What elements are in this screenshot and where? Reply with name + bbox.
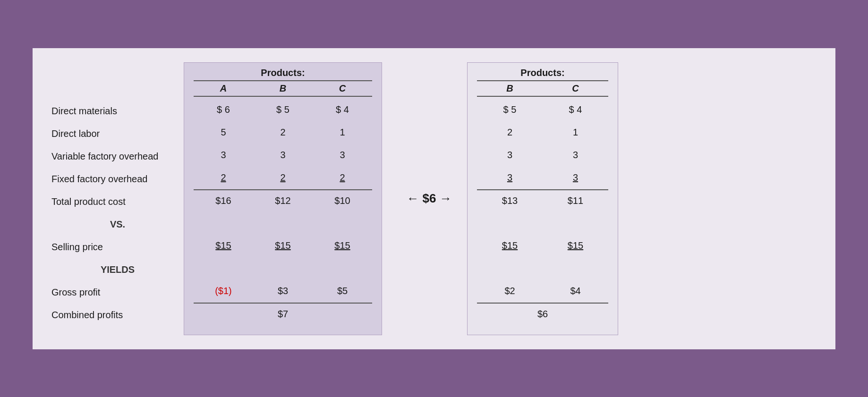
cell-vfo-c: 3: [313, 150, 372, 160]
label-direct-materials: Direct materials: [51, 100, 184, 123]
right-cell-gp-c: $4: [543, 286, 608, 296]
row-combined-profits-right: $6: [477, 303, 608, 325]
right-products-header: Products:: [477, 68, 608, 81]
right-row-vs-spacer: [477, 212, 608, 235]
cell-dl-c: 1: [313, 127, 372, 138]
main-container: Direct materials Direct labor Variable f…: [33, 48, 835, 349]
right-row-fixed-overhead: 3 3: [477, 167, 608, 189]
row-vs-spacer: [194, 212, 372, 235]
col-header-c: C: [313, 83, 372, 94]
col-header-b-right: B: [477, 83, 543, 94]
col-header-b: B: [253, 83, 313, 94]
row-fixed-overhead: 2 2 2: [194, 167, 372, 189]
row-yields-spacer: [194, 257, 372, 280]
cell-sp-c: $15: [313, 240, 372, 251]
right-cell-dm-b: $ 5: [477, 104, 543, 115]
right-row-direct-materials: $ 5 $ 4: [477, 99, 608, 121]
arrow-section: ← $6 →: [391, 62, 467, 335]
cell-dm-b: $ 5: [253, 104, 313, 115]
left-labels: Direct materials Direct labor Variable f…: [51, 62, 184, 335]
right-cell-tpc-c: $11: [543, 195, 608, 206]
right-row-direct-labor: 2 1: [477, 121, 608, 144]
right-cell-dl-b: 2: [477, 127, 543, 138]
right-cell-dm-c: $ 4: [543, 104, 608, 115]
cell-combined-left: $7: [194, 309, 372, 320]
row-selling-price: $15 $15 $15: [194, 235, 372, 257]
left-products-table: Products: A B C $ 6 $ 5 $ 4: [184, 62, 382, 335]
right-products-table: Products: B C $ 5 $ 4 2 1: [467, 62, 618, 335]
cell-tpc-b: $12: [253, 195, 313, 206]
label-total-product-cost: Total product cost: [51, 191, 184, 213]
label-vs: VS.: [51, 213, 184, 236]
row-total-product-cost: $16 $12 $10: [194, 189, 372, 212]
cell-tpc-a: $16: [194, 195, 253, 206]
cell-tpc-c: $10: [313, 195, 372, 206]
cell-dl-b: 2: [253, 127, 313, 138]
label-direct-labor: Direct labor: [51, 123, 184, 145]
cell-ffo-c: 2: [313, 172, 372, 183]
col-header-c-right: C: [543, 83, 608, 94]
right-cell-ffo-c: 3: [543, 172, 608, 183]
cell-vfo-b: 3: [253, 150, 313, 160]
right-row-variable-overhead: 3 3: [477, 144, 608, 167]
right-row-gross-profit: $2 $4: [477, 280, 608, 303]
right-col-headers: B C: [477, 83, 608, 97]
cell-dm-c: $ 4: [313, 104, 372, 115]
row-direct-labor: 5 2 1: [194, 121, 372, 144]
label-selling-price: Selling price: [51, 236, 184, 259]
cell-combined-right: $6: [477, 309, 608, 320]
cell-ffo-b: 2: [253, 172, 313, 183]
right-cell-gp-b: $2: [477, 286, 543, 296]
label-gross-profit: Gross profit: [51, 281, 184, 304]
right-row-selling-price: $15 $15: [477, 235, 608, 257]
label-combined-profits: Combined profits: [51, 304, 184, 327]
label-fixed-overhead: Fixed factory overhead: [51, 168, 184, 191]
cell-sp-a: $15: [194, 240, 253, 251]
right-cell-dl-c: 1: [543, 127, 608, 138]
cell-dm-a: $ 6: [194, 104, 253, 115]
cell-vfo-a: 3: [194, 150, 253, 160]
row-variable-overhead: 3 3 3: [194, 144, 372, 167]
col-header-a: A: [194, 83, 253, 94]
cell-dl-a: 5: [194, 127, 253, 138]
cell-sp-b: $15: [253, 240, 313, 251]
right-cell-vfo-c: 3: [543, 150, 608, 160]
left-col-headers: A B C: [194, 83, 372, 97]
cell-ffo-a: 2: [194, 172, 253, 183]
cell-gp-c: $5: [313, 286, 372, 296]
right-cell-sp-c: $15: [543, 240, 608, 251]
right-row-yields-spacer: [477, 257, 608, 280]
label-variable-overhead: Variable factory overhead: [51, 145, 184, 168]
right-cell-ffo-b: 3: [477, 172, 543, 183]
row-gross-profit: ($1) $3 $5: [194, 280, 372, 303]
row-direct-materials: $ 6 $ 5 $ 4: [194, 99, 372, 121]
label-yields: YIELDS: [51, 259, 184, 281]
row-combined-profits-left: $7: [194, 303, 372, 325]
cell-gp-a: ($1): [194, 286, 253, 296]
left-products-header: Products:: [194, 68, 372, 81]
right-cell-tpc-b: $13: [477, 195, 543, 206]
right-cell-sp-b: $15: [477, 240, 543, 251]
right-row-total-product-cost: $13 $11: [477, 189, 608, 212]
cell-gp-b: $3: [253, 286, 313, 296]
right-cell-vfo-b: 3: [477, 150, 543, 160]
